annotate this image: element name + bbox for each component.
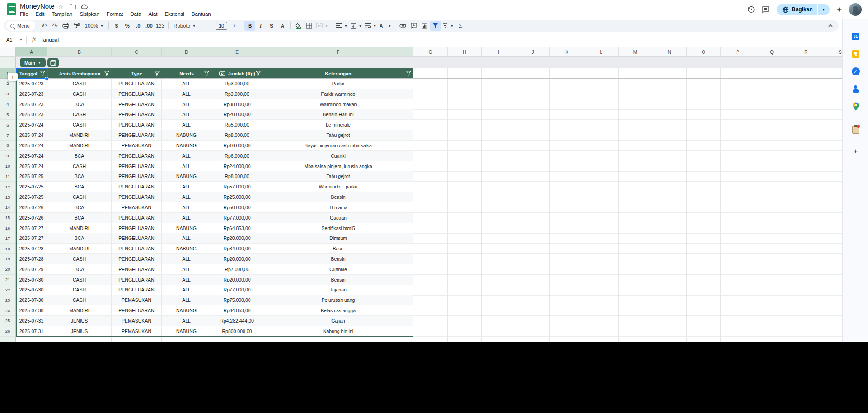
paint-format-button[interactable] [71, 21, 82, 31]
cell-E26[interactable]: Rp800.000,00 [211, 326, 263, 337]
cell-C4[interactable]: PENGELUARAN [112, 99, 162, 110]
cell-F7[interactable]: Tahu gejrot [263, 130, 413, 141]
filter-funnel-icon[interactable] [104, 71, 109, 76]
filter-views-button[interactable]: ▼ [441, 21, 455, 31]
row-header-18[interactable]: 18 [0, 244, 15, 254]
cell-C22[interactable]: PENGELUARAN [112, 285, 162, 296]
cell-A23[interactable]: 2025-07-30 [16, 295, 47, 305]
column-header-Q[interactable]: Q [755, 47, 789, 57]
row-header-3[interactable]: 3 [0, 89, 15, 99]
cell-A25[interactable]: 2025-07-31 [16, 316, 47, 326]
print-button[interactable] [61, 21, 71, 31]
menu-alat[interactable]: Alat [145, 10, 161, 18]
cell-C15[interactable]: PENGELUARAN [112, 213, 162, 223]
functions-button[interactable]: Σ [455, 21, 466, 31]
cell-A20[interactable]: 2025-07-29 [16, 264, 47, 275]
cell-C16[interactable]: PENGELUARAN [112, 223, 162, 234]
filter-funnel-icon[interactable] [155, 71, 160, 76]
insert-comment-button[interactable] [408, 21, 419, 31]
cell-D12[interactable]: ALL [162, 182, 211, 192]
cell-B5[interactable]: CASH [47, 109, 112, 120]
cell-E11[interactable]: Rp8.000,00 [211, 171, 263, 182]
select-all-corner[interactable] [0, 47, 16, 57]
row-header-9[interactable]: 9 [0, 151, 15, 161]
cell-C14[interactable]: PEMASUKAN [112, 202, 162, 213]
cell-A5[interactable]: 2025-07-23 [16, 109, 47, 120]
borders-button[interactable] [304, 21, 314, 31]
decrease-decimals-button[interactable]: .0 [133, 21, 144, 31]
italic-button[interactable]: I [255, 21, 266, 31]
cell-B9[interactable]: BCA [47, 151, 112, 161]
cell-A15[interactable]: 2025-07-26 [16, 213, 47, 223]
column-header-R[interactable]: R [789, 47, 824, 57]
cell-D24[interactable]: NABUNG [162, 305, 211, 316]
cell-A10[interactable]: 2025-07-24 [16, 161, 47, 172]
cell-F26[interactable]: Nabung bln ini [263, 326, 413, 337]
cell-E16[interactable]: Rp64.853,00 [211, 223, 263, 234]
cell-D7[interactable]: NABUNG [162, 130, 211, 141]
collapse-toolbar-button[interactable] [828, 20, 833, 32]
cell-A2[interactable]: 2025-07-23 [16, 79, 47, 89]
cell-E8[interactable]: Rp16.000,00 [211, 141, 263, 151]
column-header-F[interactable]: F [263, 47, 413, 57]
cell-A26[interactable]: 2025-07-31 [16, 326, 47, 337]
table-header-type[interactable]: Type [112, 68, 162, 79]
cell-E24[interactable]: Rp64.853,00 [211, 305, 263, 316]
row-header-25[interactable]: 25 [0, 316, 15, 326]
cell-F17[interactable]: Dimsum [263, 233, 413, 244]
cell-D14[interactable]: ALL [162, 202, 211, 213]
version-history-icon[interactable] [747, 5, 755, 14]
cell-E10[interactable]: Rp24.000,00 [211, 161, 263, 172]
cell-A6[interactable]: 2025-07-24 [16, 120, 47, 130]
menu-tampilan[interactable]: Tampilan [48, 10, 76, 18]
empty-cells-area[interactable] [413, 79, 842, 342]
cell-F18[interactable]: Baso [263, 244, 413, 254]
cell-B11[interactable]: BCA [47, 171, 112, 182]
row-header-17[interactable]: 17 [0, 233, 15, 244]
cell-E6[interactable]: Rp5.000,00 [211, 120, 263, 130]
cell-E7[interactable]: Rp8.000,00 [211, 130, 263, 141]
cell-A21[interactable]: 2025-07-30 [16, 275, 47, 285]
cell-C18[interactable]: PENGELUARAN [112, 244, 162, 254]
row-header-23[interactable]: 23 [0, 295, 15, 305]
redo-button[interactable]: ↷ [50, 21, 61, 31]
cell-C6[interactable]: PENGELUARAN [112, 120, 162, 130]
more-formats-button[interactable]: 123 [155, 21, 166, 31]
row-header-8[interactable]: 8 [0, 141, 15, 151]
cell-E9[interactable]: Rp6.000,00 [211, 151, 263, 161]
cell-D20[interactable]: ALL [162, 264, 211, 275]
formula-input[interactable]: Tanggal [41, 37, 59, 42]
cell-E19[interactable]: Rp20.000,00 [211, 254, 263, 264]
cell-B3[interactable]: CASH [47, 89, 112, 99]
cell-E5[interactable]: Rp20.000,00 [211, 109, 263, 120]
cell-B8[interactable]: MANDIRI [47, 141, 112, 151]
cell-C13[interactable]: PENGELUARAN [112, 192, 162, 202]
cell-E20[interactable]: Rp7.000,00 [211, 264, 263, 275]
cell-E23[interactable]: Rp75.000,00 [211, 295, 263, 305]
increase-font-size-button[interactable]: + [229, 21, 239, 31]
column-header-K[interactable]: K [550, 47, 584, 57]
cell-D15[interactable]: ALL [162, 213, 211, 223]
row-header-11[interactable]: 11 [0, 171, 15, 182]
table-options-chip[interactable] [47, 58, 59, 67]
table-header-jenis-pembayaran[interactable]: Jenis Pembayaran [47, 68, 112, 79]
gemini-sparkle-icon[interactable]: ✦ [836, 5, 842, 14]
cell-B21[interactable]: CASH [47, 275, 112, 285]
cell-A17[interactable]: 2025-07-27 [16, 233, 47, 244]
cell-F13[interactable]: Bensin [263, 192, 413, 202]
column-header-G[interactable]: G [413, 47, 448, 57]
cell-D21[interactable]: ALL [162, 275, 211, 285]
row-header-10[interactable]: 10 [0, 161, 15, 172]
cell-F25[interactable]: Gajian [263, 316, 413, 326]
cell-C23[interactable]: PEMASUKAN [112, 295, 162, 305]
cell-F23[interactable]: Pelurusan uang [263, 295, 413, 305]
table-header-keterangan[interactable]: Keterangan [263, 68, 413, 79]
fill-color-button[interactable] [293, 21, 304, 31]
filter-funnel-icon[interactable] [204, 71, 209, 76]
cell-F3[interactable]: Parkir warmindo [263, 89, 413, 99]
cell-D3[interactable]: ALL [162, 89, 211, 99]
cell-C11[interactable]: PENGELUARAN [112, 171, 162, 182]
fill-handle[interactable] [45, 77, 49, 81]
cell-B25[interactable]: JENIUS [47, 316, 112, 326]
column-header-M[interactable]: M [619, 47, 653, 57]
